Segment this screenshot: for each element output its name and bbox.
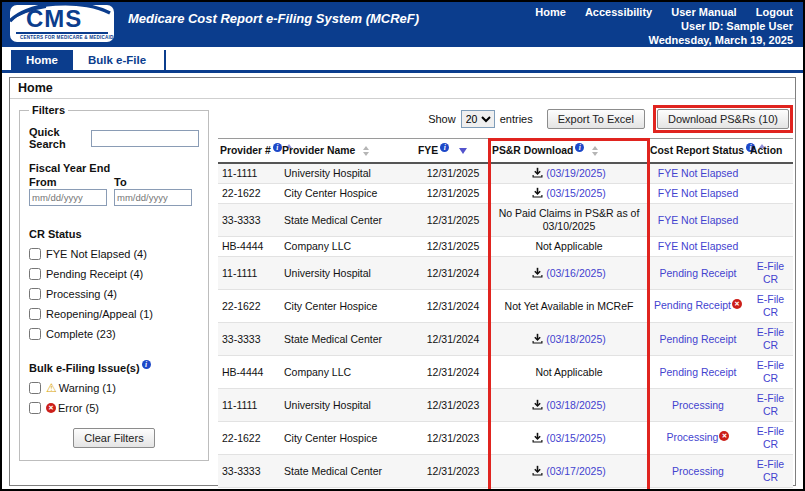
results-table: Provider #i Provider Name FYEi PS&R Down… [218, 138, 793, 491]
error-icon: ✕ [732, 299, 742, 309]
bulk-error-checkbox[interactable] [29, 402, 41, 414]
cr-status-checkbox-complete[interactable] [29, 328, 41, 340]
col-provider-number[interactable]: Provider #i [218, 139, 280, 164]
info-icon: i [273, 143, 282, 152]
action-cell [748, 163, 793, 184]
download-icon [532, 267, 543, 278]
cr-status-checkbox-reopening-appeal[interactable] [29, 308, 41, 320]
fye-value: 12/31/2025 [416, 163, 490, 184]
cost-report-status-link[interactable]: FYE Not Elapsed [658, 187, 739, 199]
col-psr-download[interactable]: PS&R Downloadi [490, 139, 648, 164]
cost-report-status-link[interactable]: Processing [672, 399, 724, 411]
psr-download-link[interactable]: (03/15/2025) [546, 187, 606, 199]
psr-download-link[interactable]: (03/18/2025) [546, 399, 606, 411]
nav-logout-link[interactable]: Logout [756, 6, 793, 18]
tab-bulk-efile[interactable]: Bulk e-File [73, 50, 166, 73]
nav-home-link[interactable]: Home [535, 6, 566, 18]
psr-download-link[interactable]: (03/18/2025) [546, 333, 606, 345]
provider-name: City Center Hospice [280, 184, 416, 204]
cost-report-status-cell: FYE Not Elapsed [648, 204, 748, 237]
cost-report-status-link[interactable]: Pending Receipt [654, 299, 731, 311]
psr-download-link[interactable]: (03/17/2025) [546, 465, 606, 477]
efile-cr-link[interactable]: E-File CR [757, 293, 784, 318]
cost-report-status-cell: Pending Receipt✕ [648, 290, 748, 323]
cost-report-status-cell: Processing [648, 389, 748, 422]
table-body: 11-1111University Hospital12/31/2025 (03… [218, 163, 793, 491]
filters-fieldset: Filters Quick Search Fiscal Year End Fro… [19, 104, 209, 461]
table-row: 33-3333State Medical Center12/31/2023 (0… [218, 455, 793, 488]
col-fye[interactable]: FYEi [416, 139, 490, 164]
col-cost-report-status[interactable]: Cost Report Statusi [648, 139, 748, 164]
cr-status-checkbox-processing[interactable] [29, 288, 41, 300]
cost-report-status-link[interactable]: FYE Not Elapsed [658, 167, 739, 179]
provider-number: 33-3333 [218, 455, 280, 488]
provider-name: University Hospital [280, 389, 416, 422]
download-icon [532, 399, 543, 410]
action-cell: E-File CR [748, 455, 793, 488]
psr-download-cell: (03/18/2025) [490, 389, 648, 422]
psr-download-cell: Not Yet Available in MCReF [490, 290, 648, 323]
fye-to-input[interactable] [114, 189, 192, 206]
quick-search-input[interactable] [91, 130, 199, 147]
show-label: Show [428, 113, 456, 125]
current-date-text: Wednesday, March 19, 2025 [519, 33, 793, 47]
clear-filters-button[interactable]: Clear Filters [73, 428, 154, 448]
cost-report-status-link[interactable]: Processing [667, 431, 719, 443]
efile-cr-link[interactable]: E-File CR [757, 260, 784, 285]
cost-report-status-link[interactable]: FYE Not Elapsed [658, 214, 739, 226]
table-area: Show 20 entries Export To Excel Download… [217, 99, 800, 485]
cr-status-option-label: Complete (23) [46, 328, 116, 340]
fye-value: 12/31/2024 [416, 356, 490, 389]
error-option-label: Error (5) [58, 402, 99, 414]
fye-value: 12/31/2023 [416, 455, 490, 488]
cms-swoosh-icon [10, 5, 114, 23]
cost-report-status-link[interactable]: Pending Receipt [659, 333, 736, 345]
table-row: 11-1111University Hospital12/31/2023 (03… [218, 389, 793, 422]
efile-cr-link[interactable]: E-File CR [757, 425, 784, 450]
provider-number: 11-1111 [218, 389, 280, 422]
tab-home[interactable]: Home [11, 50, 73, 73]
filters-sidebar: Filters Quick Search Fiscal Year End Fro… [10, 99, 217, 485]
cost-report-status-link[interactable]: Pending Receipt [659, 267, 736, 279]
action-cell: E-File CR [748, 257, 793, 290]
cost-report-status-cell: FYE Not Elapsed [648, 184, 748, 204]
bulk-warning-checkbox[interactable] [29, 382, 41, 394]
cr-status-option-label: Reopening/Appeal (1) [46, 308, 153, 320]
export-to-excel-button[interactable]: Export To Excel [547, 109, 645, 129]
nav-accessibility-link[interactable]: Accessibility [585, 6, 652, 18]
fye-value: 12/31/2025 [416, 204, 490, 237]
col-provider-name[interactable]: Provider Name [280, 139, 416, 164]
action-cell [748, 204, 793, 237]
efile-cr-link[interactable]: E-File CR [757, 326, 784, 351]
sort-both-icon [363, 146, 369, 156]
efile-cr-link[interactable]: E-File CR [757, 392, 784, 417]
psr-download-link[interactable]: (03/16/2025) [546, 267, 606, 279]
download-icon [532, 167, 543, 178]
sort-both-icon [592, 146, 598, 156]
download-button-highlight: Download PS&Rs (10) [653, 105, 793, 133]
cost-report-status-link[interactable]: FYE Not Elapsed [658, 240, 739, 252]
cr-status-checkbox-pending-receipt[interactable] [29, 268, 41, 280]
psr-download-link[interactable]: (03/19/2025) [546, 167, 606, 179]
action-cell: E-File CR [748, 323, 793, 356]
cost-report-status-link[interactable]: Processing [672, 465, 724, 477]
quick-search-label: Quick Search [29, 126, 85, 150]
cr-status-checkbox-fye-not-elapsed[interactable] [29, 248, 41, 260]
action-cell [748, 184, 793, 204]
entries-select[interactable]: 20 [461, 110, 495, 128]
fye-value: 12/31/2024 [416, 290, 490, 323]
nav-user-manual-link[interactable]: User Manual [671, 6, 736, 18]
efile-cr-link[interactable]: E-File CR [757, 458, 784, 483]
action-cell: E-File CR [748, 389, 793, 422]
psr-download-text: Not Applicable [535, 240, 602, 252]
cost-report-status-cell: Pending Receipt [648, 356, 748, 389]
fye-from-input[interactable] [29, 189, 107, 206]
cost-report-status-link[interactable]: Pending Receipt [659, 366, 736, 378]
provider-number: 11-1111 [218, 257, 280, 290]
psr-download-link[interactable]: (03/15/2025) [546, 432, 606, 444]
cms-logo-caption: CENTERS FOR MEDICARE & MEDICAID SERVICES [16, 32, 108, 40]
table-row: 33-3333State Medical Center12/31/2024 (0… [218, 323, 793, 356]
provider-number: HB-4444 [218, 237, 280, 257]
download-psrs-button[interactable]: Download PS&Rs (10) [657, 109, 789, 129]
efile-cr-link[interactable]: E-File CR [757, 359, 784, 384]
